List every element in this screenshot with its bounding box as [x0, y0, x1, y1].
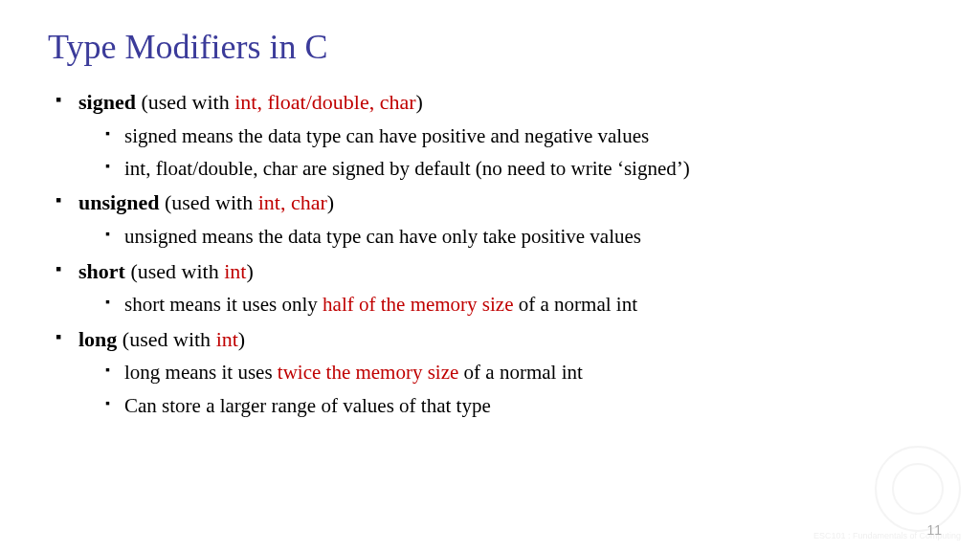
text-highlight: twice the memory size [278, 361, 459, 384]
bullet-list: signed (used with int, float/double, cha… [48, 88, 932, 420]
sub-list: signed means the data type can have posi… [78, 122, 932, 184]
slide-title: Type Modifiers in C [48, 27, 932, 67]
list-item: unsigned (used with int, char) unsigned … [56, 188, 932, 251]
text-segment: ) [416, 90, 423, 114]
keyword: short [78, 259, 125, 283]
type-list: int, char [258, 190, 327, 214]
list-item: long (used with int) long means it uses … [56, 325, 932, 420]
keyword: signed [78, 90, 136, 114]
sub-item: Can store a larger range of values of th… [105, 392, 932, 420]
keyword: long [78, 327, 117, 351]
page-number: 11 [926, 522, 942, 538]
text-segment: ) [327, 190, 334, 214]
text-segment: (used with [117, 327, 215, 351]
logo-watermark [875, 446, 961, 532]
text-segment: of a normal int [458, 361, 582, 384]
sub-item: signed means the data type can have posi… [105, 122, 932, 150]
text-segment: short means it uses only [124, 293, 323, 316]
text-segment: ) [246, 259, 253, 283]
list-item: signed (used with int, float/double, cha… [56, 88, 932, 183]
sub-list: short means it uses only half of the mem… [78, 291, 932, 319]
text-segment: (used with [136, 90, 234, 114]
text-segment: (used with [125, 259, 224, 283]
sub-item: int, float/double, char are signed by de… [105, 155, 932, 183]
sub-item: long means it uses twice the memory size… [105, 359, 932, 386]
text-highlight: half of the memory size [323, 293, 513, 316]
sub-item: short means it uses only half of the mem… [105, 291, 932, 319]
type-list: int [224, 259, 246, 283]
keyword: unsigned [78, 190, 159, 214]
sub-list: unsigned means the data type can have on… [78, 223, 932, 251]
text-segment: long means it uses [124, 361, 278, 384]
type-list: int [216, 327, 238, 351]
type-list: int, float/double, char [234, 90, 415, 114]
text-segment: of a normal int [514, 293, 637, 316]
text-segment: (used with [159, 190, 257, 214]
sub-list: long means it uses twice the memory size… [78, 359, 932, 420]
list-item: short (used with int) short means it use… [56, 257, 932, 320]
text-segment: ) [238, 327, 245, 351]
sub-item: unsigned means the data type can have on… [105, 223, 932, 251]
